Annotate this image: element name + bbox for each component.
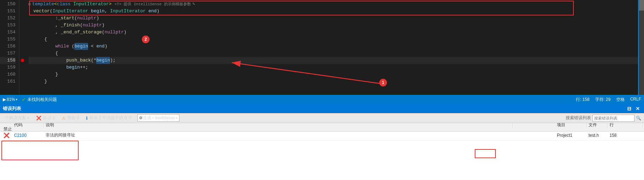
zoom-dropdown[interactable]: ▾ (16, 98, 18, 101)
code-line-161: } (28, 78, 644, 85)
error-toolbar: 个解决方案 ▾ ❌ 错误 1 ⚠ 警告 0 ℹ 展示 2 个消息中的 0 个 ⚙… (0, 113, 644, 123)
solution-label: 个解决方案 (5, 115, 26, 121)
error-code-link[interactable]: C2100 (14, 133, 26, 138)
triangle-left[interactable]: ▶ (3, 97, 6, 102)
zoom-control[interactable]: ▶ 81% ▾ (3, 97, 18, 102)
code-line-159: begin++; (28, 64, 644, 71)
code-line-160: } (28, 71, 644, 78)
gutter (19, 0, 26, 95)
col-suppress[interactable]: 禁止显示状态 (1, 126, 12, 132)
row-icon: ❌ (1, 133, 12, 138)
search-input[interactable] (592, 115, 635, 122)
row-description: 非法的间接寻址 (44, 132, 513, 138)
problem-text: 未找到相关问题 (27, 97, 57, 103)
error-count: 错误 1 (43, 115, 55, 121)
error-icon: ❌ (36, 116, 41, 121)
zoom-level: 81% (7, 97, 15, 102)
char-info: 字符: 29 (595, 97, 611, 103)
col-code[interactable]: 代码 (12, 123, 44, 128)
code-line-154: , _end_of_storage(nullptr) (28, 29, 644, 36)
encoding-info: CRLF (630, 97, 641, 103)
build-label: 生成 + IntelliSense (143, 115, 175, 121)
error-panel: 错误列表 ⊟ ✕ 个解决方案 ▾ ❌ 错误 1 ⚠ 警告 0 ℹ 展示 2 个消… (0, 104, 644, 180)
error-filter[interactable]: ❌ 错误 1 (34, 114, 57, 122)
code-line-152: :_start(nullptr) (28, 15, 644, 22)
col-file[interactable]: 文件 (586, 123, 607, 128)
editor-scrollbar[interactable] (639, 0, 644, 95)
code-line-155: { (28, 36, 644, 43)
status-right: 行: 158 字符: 29 空格 CRLF (576, 97, 641, 103)
build-selector[interactable]: ⚙ 生成 + IntelliSense ▾ (137, 114, 179, 122)
info-count: 展示 2 个消息中的 0 个 (89, 115, 132, 121)
row-code[interactable]: C2100 (12, 133, 44, 138)
col-line[interactable]: 行 (607, 123, 643, 128)
info-filter[interactable]: ℹ 展示 2 个消息中的 0 个 (84, 114, 134, 122)
col-project[interactable]: 项目 (555, 123, 586, 128)
scrollbar-thumb[interactable] (639, 0, 644, 11)
row-file: test.h (586, 133, 607, 138)
line-numbers: 150 151 152 153 154 155 156 157 158 159 … (0, 0, 19, 95)
panel-controls: ⊟ ✕ (626, 106, 641, 111)
solution-selector[interactable]: 个解决方案 ▾ (3, 114, 31, 122)
breakpoint-indicator (21, 59, 24, 62)
error-table: 代码 说明 项目 文件 行 禁止显示状态 ❌ C2100 非法的间接寻址 Pro… (0, 123, 644, 180)
code-line-157: { (28, 50, 644, 57)
search-label: 搜索错误列表 (566, 115, 591, 121)
col-description[interactable]: 说明 (44, 123, 513, 128)
highlight-begin: begin (74, 43, 88, 50)
editor-area: 150 151 152 153 154 155 156 157 158 159 … (0, 0, 644, 95)
code-line-156: while (begin < end) (28, 43, 644, 50)
row-info: 行: 158 (576, 97, 590, 103)
row-project: Project1 (555, 133, 586, 138)
pin-button[interactable]: ⊟ (626, 106, 633, 111)
build-dropdown-arrow[interactable]: ▾ (176, 116, 178, 120)
info-icon: ℹ (86, 116, 88, 121)
row-line: 158 (607, 133, 643, 138)
warning-filter[interactable]: ⚠ 警告 0 (60, 114, 81, 122)
close-panel-button[interactable]: ✕ (634, 106, 641, 111)
code-line-158: push_back(*begin); (28, 57, 644, 64)
panel-title: 错误列表 (3, 105, 626, 112)
row-error-icon: ❌ (4, 133, 9, 138)
code-editor[interactable]: ⊟ template<class InputIterator> <T> 提供 I… (26, 0, 644, 95)
search-area: 搜索错误列表 🔍 (566, 115, 641, 122)
warning-icon: ⚠ (62, 116, 66, 121)
problem-status: ✔ 未找到相关问题 (22, 97, 57, 103)
error-row-1[interactable]: ❌ C2100 非法的间接寻址 Project1 test.h 158 (0, 131, 644, 141)
table-header: 代码 说明 项目 文件 行 禁止显示状态 (0, 123, 644, 131)
fold-icon-150[interactable]: ⊟ (28, 1, 31, 8)
code-line-150: ⊟ template<class InputIterator> <T> 提供 I… (28, 1, 644, 8)
space-info: 空格 (616, 97, 625, 103)
warning-count: 警告 0 (67, 115, 79, 121)
minimap-indicator (638, 0, 639, 95)
edit-icon: ✎ (192, 1, 195, 8)
search-icon[interactable]: 🔍 (636, 116, 641, 121)
solution-dropdown-arrow[interactable]: ▾ (27, 116, 29, 120)
code-line-151: vector(InputIterator begin, InputIterato… (28, 8, 644, 15)
build-icon: ⚙ (139, 116, 143, 120)
status-bar: ▶ 81% ▾ ✔ 未找到相关问题 行: 158 字符: 29 空格 CRLF (0, 95, 644, 104)
highlight-begin2: begin (96, 57, 110, 64)
code-line-153: , _finish(nullptr) (28, 22, 644, 29)
error-panel-header: 错误列表 ⊟ ✕ (0, 104, 644, 113)
